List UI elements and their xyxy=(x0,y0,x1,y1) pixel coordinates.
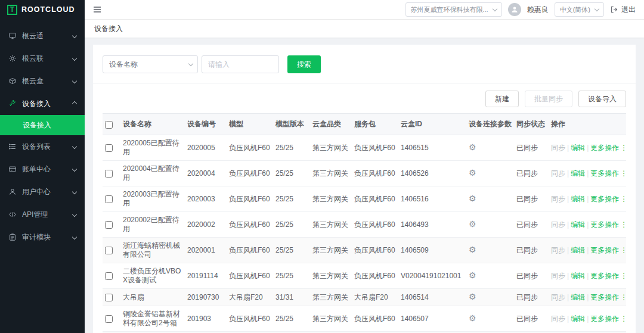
cell-model: 负压风机F60 xyxy=(227,161,273,186)
row-checkbox[interactable] xyxy=(105,221,113,229)
cell-device-name: 大吊扇 xyxy=(120,289,185,306)
new-button[interactable]: 新建 xyxy=(485,91,519,107)
content-card: 设备名称 搜索 新建 批量同步 设备导入 xyxy=(93,45,636,333)
sidebar-item-label: 根云联 xyxy=(22,54,73,64)
sidebar-item-rootcloud-tong[interactable]: 根云通 xyxy=(0,24,85,47)
row-checkbox[interactable] xyxy=(105,247,113,254)
edit-action[interactable]: 编辑 xyxy=(571,169,585,178)
more-actions[interactable]: 更多操作 xyxy=(590,144,619,152)
sidebar-subitem-label: 设备接入 xyxy=(23,120,51,130)
language-select[interactable]: 中文(简体) xyxy=(555,2,604,17)
device-table-wrap: 设备名称 设备编号 模型 模型版本 云盒品类 服务包 云盒ID 设备连接参数 同… xyxy=(93,113,636,333)
more-actions-dots-icon[interactable]: ⋮ xyxy=(620,315,626,323)
cell-sync-status: 已同步 xyxy=(514,238,549,263)
connection-params-gear-icon[interactable]: ⚙ xyxy=(469,245,476,254)
top-header: T ROOTCLOUD 苏州夏威宜环保科技有限... 赖惠良 中文(简体) xyxy=(0,0,644,20)
cell-device-no: 201903 xyxy=(185,306,227,332)
connection-params-gear-icon[interactable]: ⚙ xyxy=(469,313,476,323)
connection-params-gear-icon[interactable]: ⚙ xyxy=(469,194,476,203)
edit-action[interactable]: 编辑 xyxy=(571,272,585,280)
edit-action[interactable]: 编辑 xyxy=(571,315,585,323)
sidebar-item-user-center[interactable]: 用户中心 xyxy=(0,180,85,203)
sidebar-item-audit-module[interactable]: 审计模块 xyxy=(0,226,85,248)
select-all-checkbox[interactable] xyxy=(105,121,113,129)
cell-service-package: 负压风机F60 xyxy=(352,238,398,263)
cell-device-no: 20191114 xyxy=(185,263,227,289)
connection-params-gear-icon[interactable]: ⚙ xyxy=(469,270,476,280)
cell-service-package: 负压风机F60 xyxy=(352,135,398,161)
sync-action[interactable]: 同步 xyxy=(551,195,565,203)
more-actions[interactable]: 更多操作 xyxy=(590,169,619,178)
more-actions[interactable]: 更多操作 xyxy=(590,293,619,301)
sidebar-item-billing-center[interactable]: 账单中心 xyxy=(0,158,85,180)
filter-field-select[interactable]: 设备名称 xyxy=(103,55,198,73)
row-checkbox[interactable] xyxy=(105,315,113,323)
sync-action[interactable]: 同步 xyxy=(551,293,565,301)
edit-action[interactable]: 编辑 xyxy=(571,293,585,301)
more-actions[interactable]: 更多操作 xyxy=(590,220,619,229)
more-actions-dots-icon[interactable]: ⋮ xyxy=(620,169,626,178)
language-select-value: 中文(简体) xyxy=(560,5,590,14)
action-separator: | xyxy=(567,246,569,254)
main-content: 设备接入 设备名称 搜索 新建 批量同步 设备导入 xyxy=(85,20,644,333)
logout-button[interactable]: 退出 xyxy=(610,5,636,15)
row-checkbox[interactable] xyxy=(105,272,113,280)
edit-action[interactable]: 编辑 xyxy=(571,220,585,229)
more-actions[interactable]: 更多操作 xyxy=(590,195,619,203)
row-checkbox[interactable] xyxy=(105,195,113,203)
cell-model: 负压风机F60 xyxy=(227,306,273,332)
sync-action[interactable]: 同步 xyxy=(551,144,565,152)
row-checkbox[interactable] xyxy=(105,144,113,152)
connection-params-gear-icon[interactable]: ⚙ xyxy=(469,168,476,178)
connection-params-gear-icon[interactable]: ⚙ xyxy=(469,142,476,152)
column-header-box-id: 云盒ID xyxy=(398,114,466,135)
more-actions-dots-icon[interactable]: ⋮ xyxy=(620,195,626,203)
edit-action[interactable]: 编辑 xyxy=(571,246,585,254)
chevron-up-icon xyxy=(72,101,77,106)
column-header-service-package: 服务包 xyxy=(352,114,398,135)
tenant-select-value: 苏州夏威宜环保科技有限... xyxy=(411,5,488,14)
row-checkbox[interactable] xyxy=(105,170,113,178)
row-checkbox[interactable] xyxy=(105,294,113,301)
device-import-button[interactable]: 设备导入 xyxy=(578,91,626,107)
search-input[interactable] xyxy=(202,55,279,73)
sidebar-item-label: 根云盒 xyxy=(22,76,73,86)
more-actions-dots-icon[interactable]: ⋮ xyxy=(620,293,626,301)
cell-box-id: 1406526 xyxy=(398,161,466,186)
cell-model: 负压风机F60 xyxy=(227,212,273,238)
more-actions-dots-icon[interactable]: ⋮ xyxy=(620,246,626,254)
app: T ROOTCLOUD 苏州夏威宜环保科技有限... 赖惠良 中文(简体) xyxy=(0,0,644,333)
sync-action[interactable]: 同步 xyxy=(551,169,565,178)
sidebar-item-rootcloud-box[interactable]: 根云盒 xyxy=(0,70,85,92)
edit-action[interactable]: 编辑 xyxy=(571,195,585,203)
sidebar-item-rootcloud-lian[interactable]: 根云联 xyxy=(0,47,85,70)
connection-params-gear-icon[interactable]: ⚙ xyxy=(469,292,476,301)
cell-model-version: 25/25 xyxy=(273,212,310,238)
more-actions[interactable]: 更多操作 xyxy=(590,272,619,280)
menu-hamburger-icon[interactable] xyxy=(92,5,102,14)
sync-action[interactable]: 同步 xyxy=(551,272,565,280)
chevron-down-icon xyxy=(188,61,193,66)
logout-icon xyxy=(610,5,618,14)
more-actions-dots-icon[interactable]: ⋮ xyxy=(620,272,626,280)
search-button[interactable]: 搜索 xyxy=(287,55,321,73)
tenant-select[interactable]: 苏州夏威宜环保科技有限... xyxy=(405,2,502,17)
edit-action[interactable]: 编辑 xyxy=(571,144,585,152)
column-header-connection-params: 设备连接参数 xyxy=(466,114,514,135)
sidebar-item-device-list[interactable]: 设备列表 xyxy=(0,135,85,158)
more-actions-dots-icon[interactable]: ⋮ xyxy=(620,220,626,229)
sync-action[interactable]: 同步 xyxy=(551,315,565,323)
sidebar-item-api-management[interactable]: API管理 xyxy=(0,203,85,226)
connection-params-gear-icon[interactable]: ⚙ xyxy=(469,219,476,229)
more-actions[interactable]: 更多操作 xyxy=(590,246,619,254)
sync-action[interactable]: 同步 xyxy=(551,220,565,229)
batch-sync-button[interactable]: 批量同步 xyxy=(525,91,572,107)
user-avatar[interactable] xyxy=(508,3,521,16)
sidebar-item-device-access[interactable]: 设备接入 xyxy=(0,92,85,115)
cell-model-version: 31/31 xyxy=(273,289,310,306)
header-right-group: 苏州夏威宜环保科技有限... 赖惠良 中文(简体) 退出 xyxy=(405,2,644,17)
more-actions-dots-icon[interactable]: ⋮ xyxy=(620,144,626,152)
sidebar-subitem-device-access-active[interactable]: 设备接入 xyxy=(0,115,85,135)
sync-action[interactable]: 同步 xyxy=(551,246,565,254)
more-actions[interactable]: 更多操作 xyxy=(590,315,619,323)
